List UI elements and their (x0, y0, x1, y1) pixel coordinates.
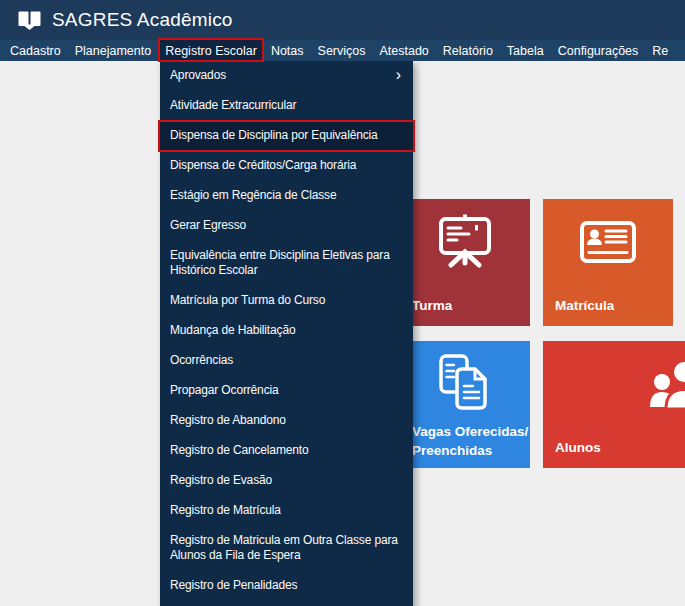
menubar-item-relat-rio[interactable]: Relatório (436, 40, 500, 61)
dropdown-item-label: Ocorrências (170, 353, 233, 368)
dropdown-item[interactable]: Registro de Evasão (160, 466, 413, 496)
dropdown-item-label: Dispensa de Créditos/Carga horária (170, 158, 356, 173)
id-card-icon (580, 221, 636, 263)
menubar-item-servi-os[interactable]: Serviços (311, 40, 373, 61)
dropdown-menu: Aprovados›Atividade ExtracurricularDispe… (160, 61, 413, 606)
menubar: CadastroPlanejamentoRegistro EscolarNota… (0, 40, 685, 61)
menubar-item-tabela[interactable]: Tabela (500, 40, 551, 61)
menubar-item-re[interactable]: Re (645, 40, 675, 61)
people-icon (650, 357, 685, 413)
menubar-item-planejamento[interactable]: Planejamento (68, 40, 158, 61)
dropdown-item[interactable]: Mudança de Habilitação (160, 316, 413, 346)
dropdown-item-label: Estágio em Regência de Classe (170, 188, 336, 203)
dropdown-item[interactable]: Registro de Penalidades (160, 571, 413, 601)
tile-label: Alunos (555, 438, 601, 457)
dropdown-item-label: Atividade Extracurricular (170, 98, 296, 113)
dropdown-item-label: Registro de Matricula em Outra Classe pa… (170, 533, 398, 563)
tile-label: Vagas Oferecidas/ Preenchidas (412, 422, 528, 460)
dropdown-item[interactable]: Ocorrências (160, 346, 413, 376)
tile-label: Turma (412, 296, 452, 315)
documents-icon (437, 354, 493, 412)
app-title: SAGRES Acadêmico (52, 9, 233, 31)
dropdown-item-label: Registro de Cancelamento (170, 443, 308, 458)
dropdown-item[interactable]: Equivalência entre Disciplina Eletivas p… (160, 241, 413, 286)
menubar-item-label: Planejamento (75, 44, 151, 58)
app-header: SAGRES Acadêmico (0, 0, 685, 40)
dropdown-item-label: Matrícula por Turma do Curso (170, 293, 325, 308)
dropdown-item[interactable]: Dispensa de Créditos/Carga horária (160, 151, 413, 181)
menubar-item-configura-es[interactable]: Configurações (551, 40, 646, 61)
tile-alunos[interactable]: Alunos (543, 341, 685, 468)
menubar-item-registro-escolar[interactable]: Registro Escolar (158, 40, 264, 61)
menubar-item-notas[interactable]: Notas (264, 40, 311, 61)
menubar-item-label: Relatório (443, 44, 493, 58)
dropdown-item[interactable]: Matrícula por Turma do Curso (160, 286, 413, 316)
dropdown-item[interactable]: Registro de Abandono (160, 406, 413, 436)
dropdown-item-label: Dispensa de Disciplina por Equivalência (170, 128, 378, 143)
menubar-item-label: Notas (271, 44, 304, 58)
dropdown-item[interactable]: Registro de Matrícula (160, 496, 413, 526)
dropdown-item[interactable]: Propagar Ocorrência (160, 376, 413, 406)
dropdown-item[interactable]: Registro de Cancelamento (160, 436, 413, 466)
dropdown-item-label: Registro de Abandono (170, 413, 286, 428)
menubar-item-atestado[interactable]: Atestado (372, 40, 435, 61)
menubar-item-label: Re (652, 44, 668, 58)
dropdown-item-label: Aprovados (170, 68, 226, 83)
dropdown-item[interactable]: Atividade Extracurricular (160, 91, 413, 121)
dropdown-item-label: Gerar Egresso (170, 218, 246, 233)
dropdown-item-label: Registro de Penalidades (170, 578, 297, 593)
dropdown-item-label: Registro de Evasão (170, 473, 272, 488)
menubar-item-label: Cadastro (10, 44, 61, 58)
submenu-arrow-icon: › (396, 68, 401, 82)
dropdown-item-label: Mudança de Habilitação (170, 323, 295, 338)
menubar-item-label: Registro Escolar (165, 44, 257, 58)
menubar-item-label: Serviços (318, 44, 366, 58)
presentation-board-icon (436, 214, 494, 268)
open-book-icon (16, 9, 42, 31)
dropdown-item[interactable]: Registro de Matricula em Outra Classe pa… (160, 526, 413, 571)
dropdown-item[interactable]: Gerar Egresso (160, 211, 413, 241)
dropdown-item[interactable]: Dispensa de Disciplina por Equivalência (160, 121, 413, 151)
menubar-item-label: Tabela (507, 44, 544, 58)
dropdown-item-label: Propagar Ocorrência (170, 383, 279, 398)
dropdown-item-label: Equivalência entre Disciplina Eletivas p… (170, 248, 390, 278)
tile-label: Matrícula (555, 296, 614, 315)
menubar-item-label: Configurações (558, 44, 639, 58)
dropdown-item-label: Registro de Matrícula (170, 503, 281, 518)
tile-turma[interactable]: Turma (400, 199, 530, 326)
tile-matricula[interactable]: Matrícula (543, 199, 673, 326)
dropdown-item[interactable]: Aprovados› (160, 61, 413, 91)
menubar-item-label: Atestado (379, 44, 428, 58)
tile-vagas[interactable]: Vagas Oferecidas/ Preenchidas (400, 341, 530, 468)
menubar-item-cadastro[interactable]: Cadastro (3, 40, 68, 61)
dropdown-item[interactable]: Estágio em Regência de Classe (160, 181, 413, 211)
